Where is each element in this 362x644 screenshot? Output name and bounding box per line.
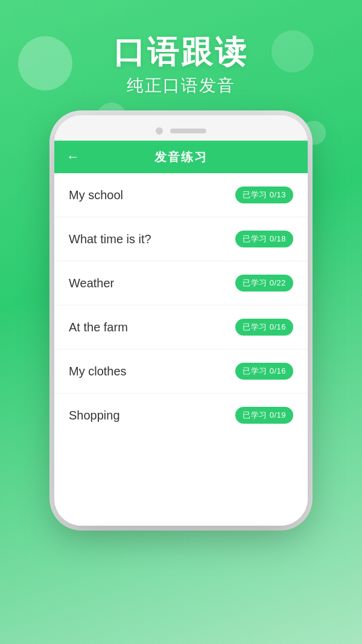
phone-speaker <box>170 129 206 133</box>
progress-badge: 已学习 0/13 <box>235 187 293 203</box>
list-item-text: Shopping <box>69 409 120 422</box>
list-item-text: What time is it? <box>69 232 151 246</box>
app-header: ← 发音练习 <box>54 141 308 173</box>
back-button[interactable]: ← <box>66 150 80 164</box>
list-container: My school已学习 0/13What time is it?已学习 0/1… <box>54 173 308 477</box>
list-item[interactable]: What time is it?已学习 0/18 <box>54 217 308 261</box>
list-item-text: My school <box>69 188 123 202</box>
progress-badge: 已学习 0/18 <box>235 231 293 247</box>
header-subtitle: 纯正口语发音 <box>113 74 249 97</box>
list-item[interactable]: At the farm已学习 0/16 <box>54 305 308 349</box>
app-nav-title: 发音练习 <box>154 149 208 165</box>
list-item[interactable]: My clothes已学习 0/16 <box>54 349 308 394</box>
bg-circle-1 <box>18 36 72 91</box>
progress-badge: 已学习 0/22 <box>235 275 293 292</box>
list-item[interactable]: Weather已学习 0/22 <box>54 261 308 305</box>
phone-bottom <box>54 477 308 526</box>
progress-badge: 已学习 0/19 <box>235 407 293 424</box>
list-item[interactable]: Shopping已学习 0/19 <box>54 394 308 437</box>
header-title: 口语跟读 <box>113 33 249 71</box>
progress-badge: 已学习 0/16 <box>235 363 293 380</box>
phone-top <box>54 115 308 141</box>
list-item-text: Weather <box>69 276 114 290</box>
bg-circle-3 <box>272 30 314 72</box>
phone-mockup: ← 发音练习 My school已学习 0/13What time is it?… <box>54 115 308 526</box>
header-area: 口语跟读 纯正口语发音 <box>113 33 249 97</box>
list-item-text: My clothes <box>69 365 127 378</box>
list-item[interactable]: My school已学习 0/13 <box>54 173 308 217</box>
list-item-text: At the farm <box>69 320 128 334</box>
phone-camera <box>156 127 163 135</box>
progress-badge: 已学习 0/16 <box>235 319 293 336</box>
